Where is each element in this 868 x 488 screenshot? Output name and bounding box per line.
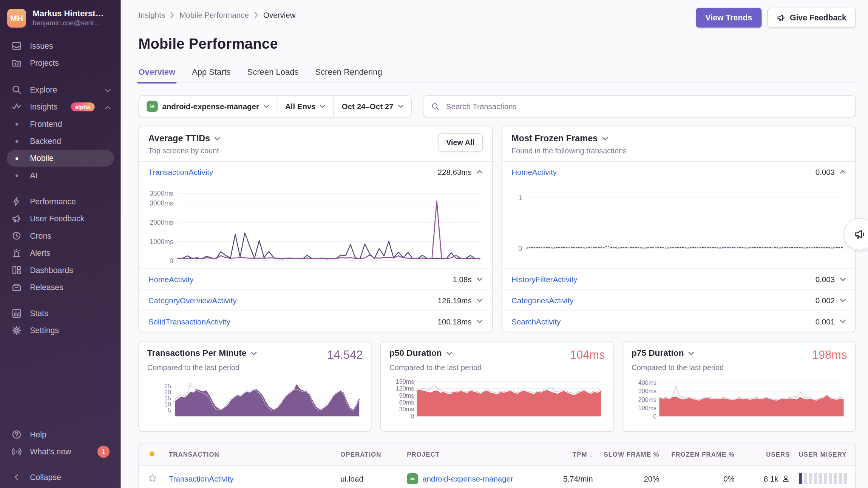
- date-range-selector[interactable]: Oct 24–Oct 27: [334, 96, 411, 117]
- col-project[interactable]: PROJECT: [402, 451, 544, 458]
- p75-duration-card: p75 Duration 198ms Compared to the last …: [622, 341, 856, 432]
- transaction-link[interactable]: HomeActivity: [511, 167, 557, 176]
- tab-screen-loads[interactable]: Screen Loads: [247, 67, 299, 82]
- dashboards-icon: [10, 265, 23, 275]
- p50-value: 104ms: [570, 348, 605, 361]
- col-tpm[interactable]: TPM ↓: [544, 451, 598, 458]
- siren-icon: [10, 248, 23, 258]
- col-transaction[interactable]: TRANSACTION: [164, 451, 336, 458]
- sidebar-item-issues[interactable]: Issues: [7, 38, 114, 54]
- sidebar-item-insights[interactable]: Insights alpha: [7, 99, 114, 115]
- megaphone-icon: [10, 214, 23, 224]
- svg-text:200ms: 200ms: [638, 396, 656, 403]
- sidebar-item-explore[interactable]: Explore: [7, 81, 114, 98]
- tpm-cell: 5.74/min: [544, 474, 598, 483]
- svg-text:150ms: 150ms: [396, 378, 414, 385]
- user-menu[interactable]: MH Markus Hinterst… benjamin.coe@sent…: [0, 0, 121, 33]
- breadcrumb-mobile-performance[interactable]: Mobile Performance: [179, 11, 249, 19]
- chevron-down-icon: [398, 105, 403, 108]
- col-user-misery[interactable]: USER MISERY: [794, 451, 856, 458]
- sidebar-item-whats-new[interactable]: What's new 1: [7, 443, 114, 460]
- chevron-down-icon[interactable]: [840, 298, 846, 302]
- sidebar-item-ai[interactable]: AI: [7, 167, 114, 184]
- svg-text:100ms: 100ms: [638, 405, 656, 411]
- tpm-chart: 252015105: [147, 376, 361, 419]
- sidebar-item-user-feedback[interactable]: User Feedback: [7, 210, 114, 227]
- project-selector[interactable]: android-expense-manager: [139, 96, 277, 117]
- chevron-down-icon[interactable]: [840, 320, 846, 323]
- project-link[interactable]: android-expense-manager: [422, 474, 513, 483]
- star-outline-icon[interactable]: [139, 473, 164, 484]
- transaction-link[interactable]: HomeActivity: [148, 275, 194, 284]
- average-ttids-card: Average TTIDs Top screens by count View …: [138, 126, 493, 332]
- p75-value: 198ms: [812, 348, 847, 361]
- sidebar-item-backend[interactable]: Backend: [7, 133, 114, 150]
- chevron-right-icon: [254, 12, 258, 19]
- sidebar-item-alerts[interactable]: Alerts: [7, 245, 114, 261]
- p75-metric-selector[interactable]: p75 Duration: [632, 348, 695, 358]
- svg-text:60ms: 60ms: [399, 399, 414, 406]
- sidebar-item-settings[interactable]: Settings: [7, 322, 114, 339]
- give-feedback-button[interactable]: Give Feedback: [767, 8, 856, 28]
- android-icon: [407, 473, 418, 484]
- page-title: Mobile Performance: [138, 36, 856, 53]
- col-frozen-frame[interactable]: FROZEN FRAME %: [664, 451, 739, 458]
- sidebar-item-frontend[interactable]: Frontend: [7, 116, 114, 132]
- chevron-down-icon: [446, 351, 452, 355]
- view-trends-button[interactable]: View Trends: [696, 8, 761, 28]
- misery-segment: [824, 473, 827, 484]
- sidebar-item-collapse[interactable]: Collapse: [7, 469, 114, 485]
- chevron-down-icon: [251, 351, 257, 355]
- chevron-up-icon[interactable]: [477, 170, 483, 174]
- breadcrumb-insights[interactable]: Insights: [138, 11, 165, 19]
- sidebar-item-mobile[interactable]: Mobile: [7, 150, 114, 167]
- sidebar-item-performance[interactable]: Performance: [7, 193, 114, 210]
- bullet-icon: [10, 123, 23, 125]
- chevron-down-icon: [264, 105, 269, 108]
- search-input[interactable]: [445, 101, 848, 111]
- frozen-frames-metric-selector[interactable]: Most Frozen Frames: [511, 133, 627, 143]
- view-all-button[interactable]: View All: [438, 133, 483, 151]
- main-content: Insights Mobile Performance Overview Vie…: [121, 0, 868, 488]
- star-icon: [139, 449, 164, 459]
- help-icon: [10, 429, 23, 439]
- search-transactions-box: [423, 95, 856, 117]
- users-cell: 8.1k: [739, 474, 795, 483]
- tab-overview[interactable]: Overview: [138, 67, 175, 82]
- average-ttids-metric-selector[interactable]: Average TTIDs: [148, 133, 221, 143]
- transaction-link[interactable]: CategoryOverviewActivity: [148, 296, 237, 304]
- chevron-down-icon[interactable]: [840, 277, 846, 281]
- transaction-link[interactable]: TransactionActivity: [169, 474, 233, 483]
- sidebar-item-releases[interactable]: Releases: [7, 279, 114, 296]
- tab-screen-rendering[interactable]: Screen Rendering: [315, 67, 382, 82]
- environment-selector[interactable]: All Envs: [277, 96, 334, 117]
- transaction-link[interactable]: CategoriesActivity: [511, 296, 573, 304]
- col-slow-frame[interactable]: SLOW FRAME %: [597, 451, 664, 458]
- bullet-icon: [10, 140, 23, 142]
- chevron-down-icon[interactable]: [477, 320, 483, 323]
- sidebar-item-projects[interactable]: Projects: [7, 55, 114, 71]
- sidebar-item-help[interactable]: Help: [7, 426, 114, 443]
- misery-segment: [809, 473, 812, 484]
- megaphone-icon: [854, 228, 866, 240]
- chevron-down-icon: [688, 351, 694, 355]
- chevron-down-icon[interactable]: [477, 298, 483, 302]
- svg-text:3000ms: 3000ms: [150, 199, 173, 207]
- col-operation[interactable]: OPERATION: [336, 451, 403, 458]
- transaction-link[interactable]: TransactionActivity: [148, 167, 213, 176]
- transaction-link[interactable]: HistoryFilterActivity: [511, 275, 577, 284]
- sidebar-item-dashboards[interactable]: Dashboards: [7, 262, 114, 278]
- chevron-down-icon[interactable]: [477, 277, 483, 281]
- sidebar-item-crons[interactable]: Crons: [7, 227, 114, 244]
- p50-chart: 150ms120ms90ms60ms30ms0: [389, 376, 603, 419]
- sidebar-item-stats[interactable]: Stats: [7, 305, 114, 322]
- p50-metric-selector[interactable]: p50 Duration: [389, 348, 453, 358]
- transaction-link[interactable]: SolidTransactionActivity: [148, 317, 230, 326]
- gear-icon: [10, 326, 23, 335]
- insights-icon: [10, 102, 23, 112]
- tab-app-starts[interactable]: App Starts: [192, 67, 231, 82]
- col-users[interactable]: USERS: [739, 451, 795, 458]
- chevron-up-icon[interactable]: [840, 170, 846, 174]
- tpm-metric-selector[interactable]: Transactions Per Minute: [147, 348, 257, 358]
- transaction-link[interactable]: SearchActivity: [511, 317, 561, 326]
